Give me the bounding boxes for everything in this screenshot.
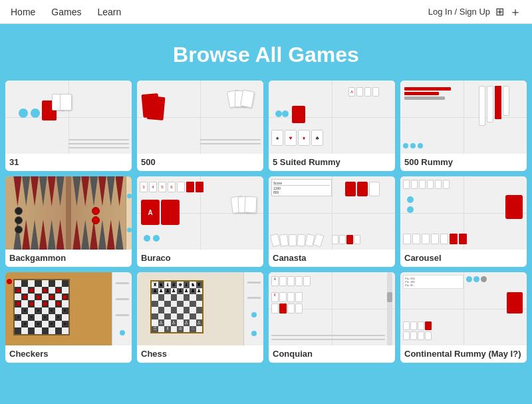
game-thumbnail-checkers	[5, 272, 132, 345]
game-card-chess[interactable]: ♜♞♝♛♚♝♞♜♟♟♟♟♟♟♟♟♙♙♙♙♙♙♙♙♖♘♗♕♔♗♘♖ Chess	[137, 272, 263, 363]
login-icon[interactable]: ⊞	[495, 5, 504, 18]
game-card-500rummy[interactable]: 500 Rummy	[400, 81, 527, 171]
game-label-backgammon: Backgammon	[5, 250, 132, 267]
login-link[interactable]: Log In / Sign Up	[428, 7, 490, 17]
game-label-checkers: Checkers	[5, 345, 132, 363]
game-card-backgammon[interactable]: Backgammon	[5, 176, 132, 267]
game-thumbnail-backgammon	[5, 176, 132, 250]
page-header: Browse All Games	[0, 24, 532, 81]
game-label-buraco: Buraco	[137, 250, 263, 267]
game-thumbnail-buraco: 3 4 5 6 A	[137, 176, 263, 250]
game-thumbnail-continental: Pts: 250 Pts: 180 Pts: 95	[400, 272, 527, 345]
game-thumbnail-500rummy	[400, 81, 527, 154]
game-thumbnail-500	[137, 81, 263, 154]
game-card-checkers[interactable]: Checkers	[5, 272, 132, 363]
game-label-31: 31	[5, 154, 132, 171]
game-thumbnail-5suited: A ♠ ♥ ♦ ♣	[269, 81, 395, 154]
game-card-continental[interactable]: Pts: 250 Pts: 180 Pts: 95	[400, 272, 527, 363]
game-label-carousel: Carousel	[400, 250, 527, 267]
nav-home[interactable]: Home	[11, 1, 35, 23]
navigation: Home Games Learn Log In / Sign Up ⊞ ＋	[0, 0, 532, 24]
game-label-5suited: 5 Suited Rummy	[269, 154, 395, 171]
add-icon[interactable]: ＋	[509, 4, 521, 20]
game-thumbnail-canasta: Score 1200800	[269, 176, 395, 250]
nav-games[interactable]: Games	[51, 1, 81, 23]
game-card-31[interactable]: 31	[5, 81, 132, 171]
nav-learn[interactable]: Learn	[97, 1, 121, 23]
game-thumbnail-conquian: A K	[269, 272, 395, 345]
game-label-chess: Chess	[137, 345, 263, 363]
game-label-500: 500	[137, 154, 263, 171]
nav-right: Log In / Sign Up ⊞ ＋	[428, 4, 521, 20]
game-thumbnail-31	[5, 81, 132, 154]
game-thumbnail-chess: ♜♞♝♛♚♝♞♜♟♟♟♟♟♟♟♟♙♙♙♙♙♙♙♙♖♘♗♕♔♗♘♖	[137, 272, 263, 345]
nav-left: Home Games Learn	[11, 1, 121, 23]
game-label-canasta: Canasta	[269, 250, 395, 267]
page-title: Browse All Games	[0, 43, 532, 67]
game-card-5suited[interactable]: A ♠ ♥ ♦ ♣ 5 Suited Rummy	[269, 81, 395, 171]
game-label-500rummy: 500 Rummy	[400, 154, 527, 171]
game-card-carousel[interactable]: Carousel	[400, 176, 527, 267]
game-card-conquian[interactable]: A K	[269, 272, 395, 363]
game-label-continental: Continental Rummy (May I?)	[400, 345, 527, 363]
game-card-buraco[interactable]: 3 4 5 6 A	[137, 176, 263, 267]
game-label-conquian: Conquian	[269, 345, 395, 363]
game-card-canasta[interactable]: Score 1200800	[269, 176, 395, 267]
game-card-500[interactable]: 500	[137, 81, 263, 171]
game-thumbnail-carousel	[400, 176, 527, 250]
games-grid: 31 500	[0, 81, 532, 368]
